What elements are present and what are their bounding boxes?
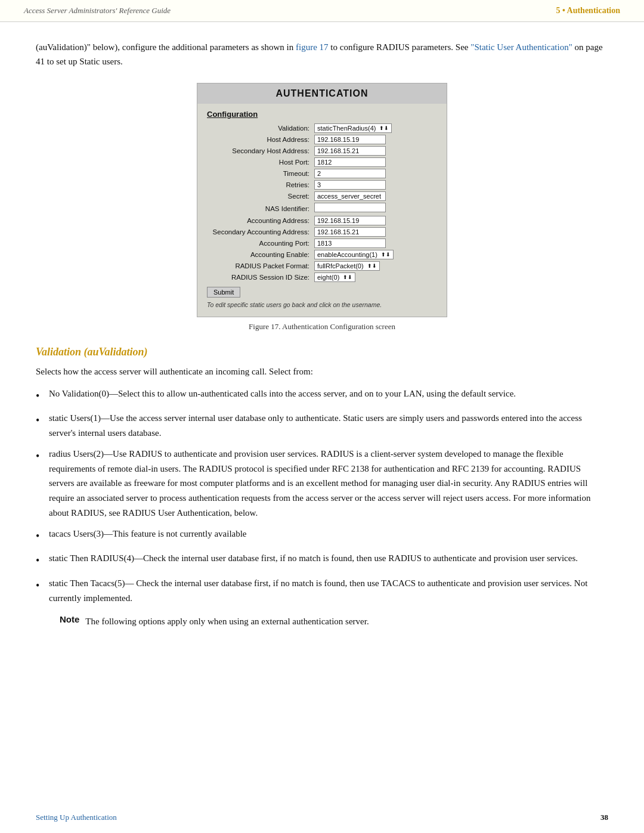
field-row-retries: Retries: 3 (207, 180, 437, 190)
label-radius-packet-format: RADIUS Packet Format: (207, 262, 314, 270)
bullet-text-3: tacacs Users(3)—This feature is not curr… (49, 527, 608, 541)
value-nas-identifier (314, 203, 437, 214)
value-accounting-address: 192.168.15.19 (314, 216, 437, 225)
page-header: Access Server Administrators' Reference … (0, 0, 644, 22)
list-item: • No Validation(0)—Select this to allow … (36, 386, 608, 405)
value-secondary-host: 192.168.15.21 (314, 146, 437, 156)
label-host-address: Host Address: (207, 136, 314, 143)
value-host-address: 192.168.15.19 (314, 135, 437, 144)
label-host-port: Host Port: (207, 159, 314, 166)
figure-17-link[interactable]: figure 17 (296, 42, 329, 52)
list-item: • static Users(1)—Use the access server … (36, 411, 608, 441)
auth-title-bar: Authentication (197, 83, 447, 104)
input-timeout[interactable]: 2 (314, 169, 386, 178)
submit-button[interactable]: Submit (207, 287, 240, 298)
field-row-host-port: Host Port: 1812 (207, 157, 437, 167)
label-accounting-port: Accounting Port: (207, 240, 314, 247)
field-row-secondary-accounting: Secondary Accounting Address: 192.168.15… (207, 227, 437, 237)
intro-text-2: to configure RADIUS parameters. See (329, 42, 471, 52)
field-row-radius-packet-format: RADIUS Packet Format: fullRfcPacket(0) ⬆… (207, 261, 437, 271)
value-accounting-enable: enableAccounting(1) ⬆⬇ (314, 250, 437, 259)
select-validation[interactable]: staticThenRadius(4) ⬆⬇ (314, 123, 392, 133)
section-intro: Selects how the access server will authe… (36, 364, 608, 379)
input-secret[interactable]: access_server_secret (314, 191, 386, 201)
value-secret: access_server_secret (314, 191, 437, 201)
label-validation: Validation: (207, 125, 314, 132)
field-row-radius-session-id: RADIUS Session ID Size: eight(0) ⬆⬇ (207, 272, 437, 282)
select-arrow-radius-packet: ⬆⬇ (367, 263, 377, 269)
field-row-accounting-address: Accounting Address: 192.168.15.19 (207, 216, 437, 225)
select-arrow-accounting: ⬆⬇ (381, 252, 391, 258)
bullet-text-5: static Then Tacacs(5)— Check the interna… (49, 576, 608, 606)
bullet-text-4: static Then RADIUS(4)—Check the internal… (49, 551, 608, 566)
list-item: • radius Users(2)—Use RADIUS to authenti… (36, 447, 608, 521)
note-label: Note (60, 614, 79, 624)
label-radius-session-id: RADIUS Session ID Size: (207, 274, 314, 281)
note-box: Note The following options apply only wh… (60, 614, 608, 628)
header-section-name: Authentication (567, 6, 620, 15)
submit-row: Submit (207, 287, 437, 298)
bullet-icon: • (36, 528, 47, 546)
list-item: • static Then RADIUS(4)—Check the intern… (36, 551, 608, 570)
screenshot-footer-note: To edit specific static users go back an… (207, 301, 437, 308)
select-radius-packet[interactable]: fullRfcPacket(0) ⬆⬇ (314, 261, 380, 271)
value-timeout: 2 (314, 169, 437, 178)
auth-screenshot: Authentication Configuration Validation:… (197, 83, 447, 317)
field-row-validation: Validation: staticThenRadius(4) ⬆⬇ (207, 123, 437, 133)
value-secondary-accounting: 192.168.15.21 (314, 227, 437, 237)
bullet-icon: • (36, 552, 47, 570)
field-row-timeout: Timeout: 2 (207, 169, 437, 178)
list-item: • static Then Tacacs(5)— Check the inter… (36, 576, 608, 606)
field-row-secondary-host: Secondary Host Address: 192.168.15.21 (207, 146, 437, 156)
field-row-nas-identifier: NAS Identifier: (207, 203, 437, 214)
note-text: The following options apply only when us… (85, 614, 369, 628)
field-row-accounting-enable: Accounting Enable: enableAccounting(1) ⬆… (207, 250, 437, 259)
bullet-icon: • (36, 448, 47, 466)
bullet-icon: • (36, 577, 47, 595)
label-secondary-host: Secondary Host Address: (207, 147, 314, 154)
bullet-icon: • (36, 388, 47, 405)
input-accounting-address[interactable]: 192.168.15.19 (314, 216, 386, 225)
label-accounting-enable: Accounting Enable: (207, 251, 314, 258)
label-accounting-address: Accounting Address: (207, 217, 314, 224)
value-accounting-port: 1813 (314, 239, 437, 248)
value-validation: staticThenRadius(4) ⬆⬇ (314, 123, 437, 133)
input-host-address[interactable]: 192.168.15.19 (314, 135, 386, 144)
auth-section-title: Configuration (207, 110, 437, 119)
label-secret: Secret: (207, 193, 314, 200)
select-arrow: ⬆⬇ (379, 125, 389, 131)
select-radius-session[interactable]: eight(0) ⬆⬇ (314, 272, 355, 282)
input-retries[interactable]: 3 (314, 180, 386, 190)
input-nas-identifier[interactable] (314, 203, 386, 212)
header-bullet: • (562, 6, 565, 15)
select-accounting-enable[interactable]: enableAccounting(1) ⬆⬇ (314, 250, 394, 259)
select-arrow-session: ⬆⬇ (343, 274, 352, 280)
label-timeout: Timeout: (207, 170, 314, 177)
bullet-icon: • (36, 412, 47, 430)
bullet-text-2: radius Users(2)—Use RADIUS to authentica… (49, 447, 608, 521)
input-accounting-port[interactable]: 1813 (314, 239, 386, 248)
header-chapter-num: 5 (556, 6, 560, 15)
footer-right: 38 (600, 813, 608, 822)
auth-title: Authentication (207, 88, 437, 99)
value-radius-session-id: eight(0) ⬆⬇ (314, 272, 437, 282)
value-host-port: 1812 (314, 157, 437, 167)
intro-text-1: (auValidation)" below), configure the ad… (36, 42, 296, 52)
input-secondary-host[interactable]: 192.168.15.21 (314, 146, 386, 156)
field-row-secret: Secret: access_server_secret (207, 191, 437, 201)
value-radius-packet-format: fullRfcPacket(0) ⬆⬇ (314, 261, 437, 271)
input-host-port[interactable]: 1812 (314, 157, 386, 167)
header-guide-title: Access Server Administrators' Reference … (24, 6, 171, 16)
header-section: 5 • Authentication (556, 6, 620, 16)
main-content: (auValidation)" below), configure the ad… (0, 22, 644, 673)
label-secondary-accounting: Secondary Accounting Address: (207, 228, 314, 236)
intro-paragraph: (auValidation)" below), configure the ad… (36, 40, 608, 69)
label-nas-identifier: NAS Identifier: (207, 205, 314, 212)
figure-caption: Figure 17. Authentication Configuration … (249, 322, 395, 332)
static-user-auth-link[interactable]: "Static User Authentication" (470, 42, 572, 52)
bullet-text-0: No Validation(0)—Select this to allow un… (49, 386, 608, 401)
input-secondary-accounting[interactable]: 192.168.15.21 (314, 227, 386, 237)
value-retries: 3 (314, 180, 437, 190)
bullet-text-1: static Users(1)—Use the access server in… (49, 411, 608, 441)
field-row-host-address: Host Address: 192.168.15.19 (207, 135, 437, 144)
